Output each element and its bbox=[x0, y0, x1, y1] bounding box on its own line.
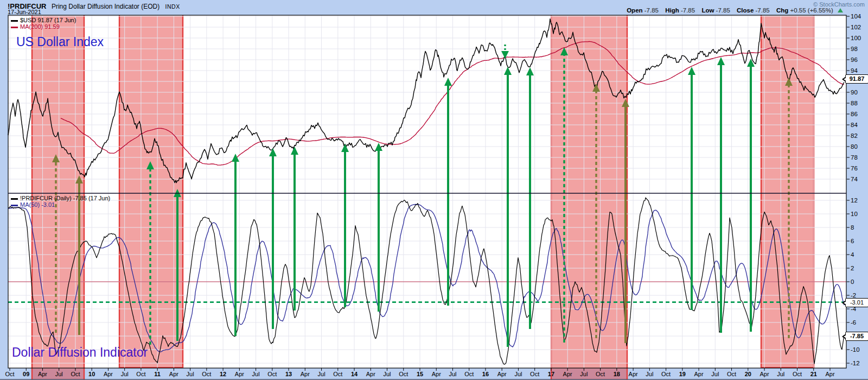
upper-axis-label: 80 bbox=[851, 143, 858, 150]
x-axis-label: Oct bbox=[267, 371, 277, 377]
lower-axis-label: 4 bbox=[851, 251, 854, 258]
x-axis-label: Jul bbox=[646, 371, 653, 377]
x-axis-label: 12 bbox=[220, 371, 226, 377]
x-axis-label: Oct bbox=[333, 371, 342, 377]
last-indicator-callout: -7.85 bbox=[845, 332, 868, 341]
chart-date: 17-Jun-2021 bbox=[8, 9, 41, 15]
x-axis-label: Apr bbox=[825, 371, 834, 377]
x-axis-label: Jul bbox=[55, 371, 63, 377]
x-axis-label: Apr bbox=[629, 371, 638, 377]
x-axis-label: 21 bbox=[810, 371, 817, 377]
upper-legend: $USD 91.87 (17 Jun) MA(200) 91.59 bbox=[11, 17, 76, 30]
upper-axis-label: 94 bbox=[851, 67, 858, 74]
lower-axis-label: -6 bbox=[851, 319, 856, 326]
x-axis-label: Apr bbox=[104, 371, 113, 377]
x-axis-label: 13 bbox=[285, 371, 292, 377]
x-axis-label: 16 bbox=[482, 371, 489, 377]
upper-axis-label: 102 bbox=[851, 24, 861, 30]
x-axis-label: Oct bbox=[202, 371, 211, 377]
x-axis-label: Oct bbox=[5, 371, 14, 377]
x-axis-label: Oct bbox=[793, 371, 802, 377]
ohlc-readout: Open -7.85 High -7.85 Low -7.85 Close -7… bbox=[622, 7, 843, 14]
open-label: Open bbox=[627, 7, 642, 14]
lower-axis-label: 8 bbox=[851, 224, 854, 231]
x-axis-label: Apr bbox=[235, 371, 244, 377]
x-axis-label: 14 bbox=[351, 371, 358, 377]
low-value: -7.85 bbox=[716, 7, 730, 14]
x-axis-label: Jul bbox=[711, 371, 719, 377]
x-axis-label: 09 bbox=[23, 371, 29, 377]
high-value: -7.85 bbox=[681, 7, 695, 14]
x-axis-label: Oct bbox=[530, 371, 539, 377]
upper-axis-label: 78 bbox=[851, 154, 858, 161]
lower-axis-label: -12 bbox=[851, 360, 860, 366]
low-label: Low bbox=[701, 7, 714, 14]
close-label: Close bbox=[737, 7, 754, 14]
x-axis-label: Oct bbox=[596, 371, 605, 377]
x-axis-label: Jul bbox=[187, 371, 194, 377]
x-axis-label: Jul bbox=[252, 371, 260, 377]
x-axis-label: 20 bbox=[745, 371, 751, 377]
ma50-legend-label: MA(50) -3.01 bbox=[20, 201, 55, 208]
x-axis-label: Apr bbox=[497, 371, 507, 377]
upper-axis-label: 74 bbox=[851, 176, 858, 182]
upper-axis-label: 96 bbox=[851, 56, 858, 63]
upper-panel-annotation: US Dollar Index bbox=[16, 35, 104, 49]
close-value: -7.85 bbox=[756, 7, 770, 14]
legend-ma200: MA(200) 91.59 bbox=[11, 23, 76, 30]
upper-axis-label: 84 bbox=[851, 122, 858, 128]
x-axis-label: Oct bbox=[661, 371, 671, 377]
red-band bbox=[119, 16, 183, 368]
red-band bbox=[761, 16, 814, 368]
x-axis-label: Jul bbox=[580, 371, 588, 377]
legend-prdifcur: !PRDIFCUR (Daily) -7.85 (17 Jun) bbox=[11, 195, 110, 201]
upper-axis-label: 76 bbox=[851, 165, 858, 172]
last-price-callout: 91.87 bbox=[845, 74, 868, 84]
x-axis-label: 15 bbox=[417, 371, 423, 377]
lower-axis-label: 10 bbox=[851, 211, 858, 217]
prdifcur-legend-label: !PRDIFCUR (Daily) -7.85 (17 Jun) bbox=[20, 195, 110, 201]
ma50-value-callout: -3.01 bbox=[845, 298, 868, 307]
x-axis-label: Oct bbox=[136, 371, 145, 377]
lower-axis-label: 12 bbox=[851, 197, 858, 204]
x-axis-label: Apr bbox=[301, 371, 310, 377]
lower-axis-label: 6 bbox=[851, 238, 854, 244]
x-axis-label: Oct bbox=[464, 371, 474, 377]
prdifcur-line-swatch-icon bbox=[11, 198, 18, 200]
upper-axis-label: 88 bbox=[851, 100, 858, 106]
upper-axis-label: 90 bbox=[851, 89, 858, 96]
legend-ma50: MA(50) -3.01 bbox=[11, 201, 110, 208]
x-axis-label: Apr bbox=[38, 371, 47, 377]
lower-panel-annotation: Dollar Diffusion Indicator bbox=[12, 345, 148, 360]
lower-axis-label: 0 bbox=[851, 278, 854, 285]
x-axis-label: Apr bbox=[760, 371, 769, 377]
x-axis-label: Apr bbox=[432, 371, 441, 377]
usd-line-swatch-icon bbox=[11, 20, 18, 22]
chg-value: +0.55 (+6.55%) bbox=[790, 7, 833, 14]
x-axis-label: Jul bbox=[121, 371, 129, 377]
x-axis-label: Oct bbox=[71, 371, 80, 377]
x-axis-label: 18 bbox=[614, 371, 620, 377]
chg-label: Chg bbox=[776, 7, 788, 14]
x-axis-label: Apr bbox=[563, 371, 572, 377]
open-value: -7.85 bbox=[644, 7, 659, 14]
upper-axis-label: 86 bbox=[851, 111, 858, 117]
high-label: High bbox=[665, 7, 679, 14]
legend-usd: $USD 91.87 (17 Jun) bbox=[11, 17, 76, 23]
upper-axis-label: 98 bbox=[851, 46, 858, 52]
up-triangle-icon bbox=[838, 8, 843, 12]
x-axis-label: 10 bbox=[88, 371, 95, 377]
upper-axis-label: 104 bbox=[851, 13, 861, 20]
x-axis-label: 11 bbox=[154, 371, 161, 377]
upper-axis-label: 100 bbox=[851, 35, 861, 41]
x-axis-label: 19 bbox=[679, 371, 686, 377]
x-axis-label: Jul bbox=[383, 371, 391, 377]
x-axis-label: Oct bbox=[727, 371, 736, 377]
x-axis-label: Jul bbox=[777, 371, 784, 377]
x-axis-label: Jul bbox=[449, 371, 456, 377]
ma200-line-swatch-icon bbox=[11, 27, 18, 28]
x-axis-label: Jul bbox=[318, 371, 326, 377]
stockcharts-chart: !PRDIFCUR Pring Dollar Diffusion Indicat… bbox=[0, 0, 868, 380]
x-axis-label: Jul bbox=[514, 371, 522, 377]
x-axis-label: 17 bbox=[548, 371, 554, 377]
